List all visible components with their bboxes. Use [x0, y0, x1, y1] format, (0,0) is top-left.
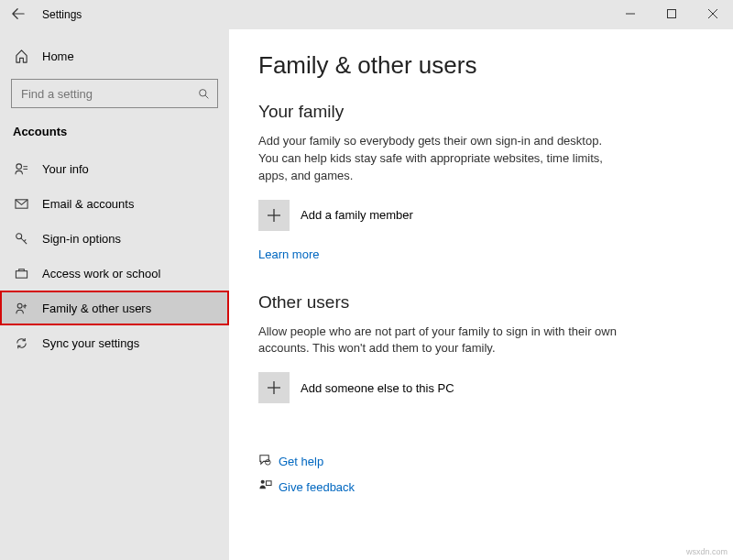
svg-line-5 [205, 95, 208, 98]
sidebar-item-label: Access work or school [42, 267, 160, 280]
minimize-icon [626, 9, 635, 18]
sidebar-item-label: Sync your settings [42, 336, 139, 350]
svg-point-6 [16, 163, 21, 169]
svg-rect-13 [16, 270, 27, 278]
close-button[interactable] [692, 0, 733, 27]
sidebar-item-label: Family & other users [42, 302, 151, 315]
sync-icon [13, 336, 29, 350]
plus-icon [258, 200, 290, 231]
feedback-icon [258, 478, 279, 495]
svg-rect-1 [667, 10, 675, 18]
svg-point-14 [17, 303, 22, 308]
arrow-left-icon [12, 7, 25, 20]
maximize-icon [667, 9, 676, 18]
watermark: wsxdn.com [686, 547, 728, 556]
sidebar-item-label: Email & accounts [42, 197, 134, 211]
window-controls [609, 0, 733, 27]
window-title: Settings [42, 8, 82, 21]
add-family-member-button[interactable]: Add a family member [258, 200, 704, 231]
sidebar-item-label: Sign-in options [42, 232, 121, 246]
other-users-description: Allow people who are not part of your fa… [258, 324, 625, 358]
get-help-link[interactable]: Get help [258, 453, 704, 469]
user-info-icon [13, 162, 29, 176]
give-feedback-link[interactable]: Give feedback [258, 478, 704, 495]
svg-point-21 [266, 460, 271, 466]
minimize-button[interactable] [609, 0, 651, 27]
learn-more-link[interactable]: Learn more [258, 247, 704, 261]
sidebar: Home // override search icon with magnif… [0, 29, 229, 560]
svg-point-4 [200, 89, 206, 95]
svg-line-11 [20, 237, 26, 243]
svg-point-22 [261, 480, 265, 484]
your-family-heading: Your family [258, 102, 704, 122]
briefcase-icon [13, 267, 29, 280]
search-icon [198, 88, 210, 100]
other-users-heading: Other users [258, 292, 704, 313]
close-icon [708, 9, 717, 18]
sidebar-item-email-accounts[interactable]: Email & accounts [0, 186, 229, 221]
sidebar-item-family-other-users[interactable]: Family & other users [0, 291, 229, 325]
sidebar-item-work-school[interactable]: Access work or school [0, 256, 229, 291]
sidebar-item-signin-options[interactable]: Sign-in options [0, 221, 229, 256]
get-help-label: Get help [279, 455, 323, 468]
main-content: Family & other users Your family Add you… [229, 29, 733, 560]
add-other-label: Add someone else to this PC [301, 381, 454, 395]
home-button[interactable]: Home [0, 38, 229, 73]
add-family-label: Add a family member [301, 208, 413, 222]
page-title: Family & other users [258, 51, 704, 80]
your-family-description: Add your family so everybody gets their … [258, 133, 625, 185]
maximize-button[interactable] [651, 0, 692, 27]
sidebar-item-sync-settings[interactable]: Sync your settings [0, 325, 229, 360]
give-feedback-label: Give feedback [279, 480, 355, 494]
back-button[interactable] [0, 7, 37, 23]
svg-rect-23 [266, 481, 271, 486]
titlebar: Settings [0, 0, 733, 29]
sidebar-item-your-info[interactable]: Your info [0, 151, 229, 186]
plus-icon [258, 372, 290, 403]
people-icon [13, 302, 29, 315]
chat-icon [258, 453, 279, 469]
svg-line-12 [24, 239, 26, 241]
key-icon [13, 232, 29, 246]
mail-icon [13, 197, 29, 211]
home-label: Home [42, 49, 74, 63]
home-icon [13, 49, 29, 63]
search-input[interactable] [11, 79, 218, 108]
sidebar-item-label: Your info [42, 162, 89, 176]
sidebar-section-label: Accounts [0, 119, 229, 151]
search-field[interactable] [19, 86, 198, 102]
add-other-user-button[interactable]: Add someone else to this PC [258, 372, 704, 403]
